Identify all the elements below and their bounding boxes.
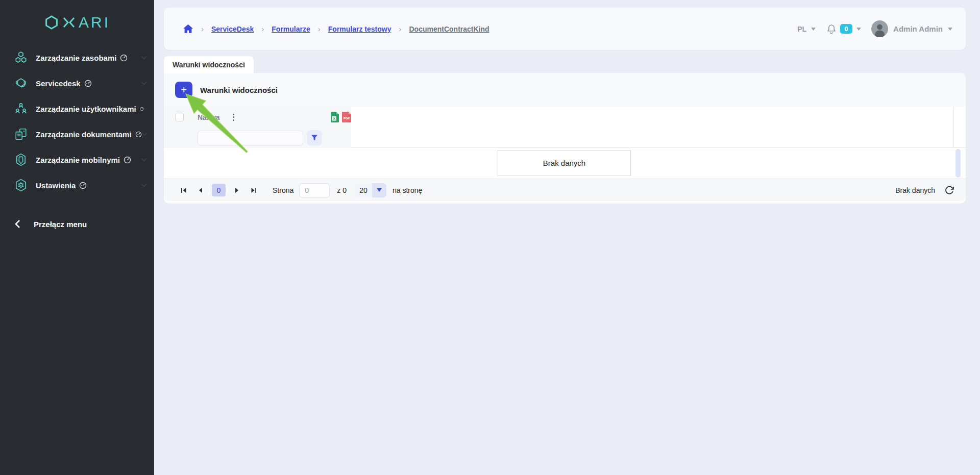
language-selector[interactable]: PL — [797, 25, 816, 33]
chevron-down-icon — [141, 81, 147, 85]
first-page-icon — [180, 187, 187, 193]
caret-down-icon — [856, 28, 861, 31]
pager: 0 Strona z 0 20 — [164, 179, 966, 201]
user-menu[interactable]: Admin Admin — [871, 20, 952, 37]
mobile-icon — [14, 153, 28, 166]
svg-text:PDF: PDF — [344, 116, 350, 120]
sidebar-item-zarzadzanie-mobilnymi[interactable]: Zarządzanie mobilnymi — [0, 147, 154, 172]
sidebar-item-label: Servicedesk — [36, 79, 81, 88]
panel-title: Warunki widoczności — [200, 86, 278, 94]
refresh-button[interactable] — [944, 185, 954, 195]
first-page-button[interactable] — [178, 185, 189, 195]
user-name: Admin Admin — [893, 24, 943, 33]
sidebar-item-label: Zarządzanie zasobami — [36, 54, 116, 62]
language-label: PL — [797, 25, 806, 33]
breadcrumb-separator: › — [318, 24, 321, 33]
grid-filter-row — [164, 128, 966, 148]
chevron-left-icon — [14, 219, 20, 229]
column-header-nazwa[interactable]: Nazwa — [198, 113, 220, 121]
refresh-icon — [944, 185, 954, 195]
export-buttons: X PDF — [330, 111, 352, 123]
column-menu-icon[interactable] — [231, 112, 236, 122]
svg-text:X: X — [333, 116, 335, 121]
topbar-controls: PL 0 — [797, 20, 952, 37]
caret-down-icon — [811, 28, 816, 31]
vertical-scrollbar[interactable] — [955, 149, 961, 178]
oxari-logo[interactable]: ARI — [0, 0, 154, 45]
tab-label: Warunki widoczności — [173, 61, 245, 69]
page-size-value: 20 — [355, 183, 372, 197]
notification-count-badge: 0 — [840, 24, 852, 34]
gauge-icon — [140, 105, 144, 113]
gauge-icon — [84, 80, 92, 87]
sidebar-item-zarzadzanie-dokumentami[interactable]: Zarządzanie dokumentami — [0, 121, 154, 147]
application-window: ARI Zarządzanie zasobami — [0, 0, 980, 475]
chevron-down-icon — [141, 183, 147, 187]
topbar: › ServiceDesk › Formularze › Formularz t… — [164, 8, 966, 50]
page-number-input[interactable] — [299, 183, 330, 197]
logo-letters: ARI — [79, 14, 110, 31]
panel-toolbar: + Warunki widoczności — [164, 73, 966, 107]
breadcrumb-link-servicedesk[interactable]: ServiceDesk — [211, 25, 254, 33]
grid-body: Brak danych — [164, 148, 966, 179]
nazwa-filter-input[interactable] — [198, 131, 303, 145]
funnel-icon — [311, 134, 318, 141]
caret-down-icon — [377, 188, 382, 192]
caret-down-icon — [948, 28, 952, 31]
grid-header-row: Nazwa — [164, 107, 966, 128]
sidebar-item-label: Ustawienia — [36, 181, 76, 190]
logo-x-icon — [62, 16, 76, 29]
select-all-checkbox[interactable] — [175, 113, 184, 121]
last-page-button[interactable] — [249, 185, 259, 195]
sidebar-nav: Zarządzanie zasobami Servicedesk — [0, 45, 154, 198]
breadcrumb-link-formularze[interactable]: Formularze — [272, 25, 310, 33]
sidebar-item-zarzadzanie-zasobami[interactable]: Zarządzanie zasobami — [0, 45, 154, 70]
per-page-label: na stronę — [393, 186, 422, 194]
page-word-label: Strona — [273, 186, 293, 194]
current-page-button[interactable]: 0 — [212, 184, 226, 196]
sidebar-item-label: Zarządzanie dokumentami — [36, 130, 132, 139]
next-page-icon — [235, 187, 239, 193]
notifications-control[interactable]: 0 — [827, 24, 861, 34]
last-page-icon — [251, 187, 257, 193]
breadcrumb-current-documentcontractkind[interactable]: DocumentContractKind — [409, 25, 489, 33]
page-count-label: z 0 — [337, 186, 347, 194]
previous-page-icon — [198, 187, 203, 193]
gauge-icon — [124, 156, 131, 164]
visibility-conditions-panel: + Warunki widoczności Nazwa X — [164, 73, 966, 204]
menu-toggle-label: Przełącz menu — [34, 220, 87, 229]
breadcrumb-link-formularz-testowy[interactable]: Formularz testowy — [328, 25, 391, 33]
bell-icon — [827, 24, 836, 34]
pager-status-area: Brak danych — [895, 185, 954, 195]
chevron-down-icon — [142, 132, 147, 136]
page-size-select[interactable]: 20 — [355, 183, 386, 197]
grid-header: Nazwa X PDF — [164, 107, 966, 148]
chevron-down-icon — [144, 107, 147, 111]
breadcrumb-separator: › — [201, 24, 204, 33]
gauge-icon — [120, 54, 128, 62]
breadcrumb-separator: › — [261, 24, 264, 33]
sidebar-item-zarzadzanie-uzytkownikami[interactable]: Zarządzanie użytkownikami — [0, 96, 154, 121]
sidebar: ARI Zarządzanie zasobami — [0, 0, 154, 475]
settings-icon — [14, 179, 28, 192]
home-icon[interactable] — [183, 24, 193, 34]
chevron-down-icon — [141, 56, 147, 60]
export-excel-icon[interactable]: X — [330, 111, 339, 123]
sidebar-item-label: Zarządzanie użytkownikami — [36, 105, 136, 113]
users-icon — [14, 102, 28, 115]
gauge-icon — [79, 182, 87, 189]
next-page-button[interactable] — [233, 185, 241, 195]
previous-page-button[interactable] — [196, 185, 205, 195]
add-button[interactable]: + — [175, 82, 192, 98]
tab-warunki-widocznosci[interactable]: Warunki widoczności — [164, 56, 254, 73]
sidebar-item-ustawienia[interactable]: Ustawienia — [0, 172, 154, 198]
empty-data-box: Brak danych — [498, 150, 631, 176]
filter-button[interactable] — [307, 130, 322, 145]
gauge-icon — [135, 131, 142, 138]
pager-status: Brak danych — [895, 186, 935, 194]
export-pdf-icon[interactable]: PDF — [341, 111, 352, 123]
sidebar-item-servicedesk[interactable]: Servicedesk — [0, 70, 154, 96]
logo-hexagon-icon — [44, 14, 59, 31]
breadcrumb-separator: › — [399, 24, 401, 33]
menu-toggle-button[interactable]: Przełącz menu — [0, 212, 154, 236]
